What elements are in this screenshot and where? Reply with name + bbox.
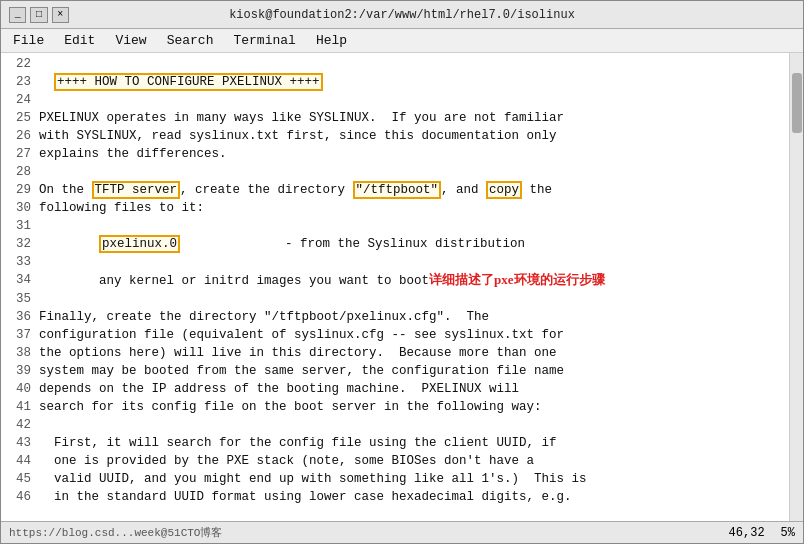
- line-number: 27: [7, 145, 39, 163]
- status-url: https://blog.csd...week@51CTO博客: [9, 525, 222, 540]
- line-text: depends on the IP address of the booting…: [39, 380, 783, 398]
- line-row: 34 any kernel or initrd images you want …: [7, 271, 783, 290]
- menu-help[interactable]: Help: [308, 31, 355, 50]
- line-row: 38 the options here) will live in this d…: [7, 344, 783, 362]
- line-number: 41: [7, 398, 39, 416]
- line-row: 40 depends on the IP address of the boot…: [7, 380, 783, 398]
- highlight-tftp: TFTP server: [92, 181, 181, 199]
- line-row: 25 PXELINUX operates in many ways like S…: [7, 109, 783, 127]
- line-row: 46 in the standard UUID format using low…: [7, 488, 783, 506]
- line-row: 42: [7, 416, 783, 434]
- line-number: 30: [7, 199, 39, 217]
- line-text: the options here) will live in this dire…: [39, 344, 783, 362]
- line-number: 28: [7, 163, 39, 181]
- line-row: 26 with SYSLINUX, read syslinux.txt firs…: [7, 127, 783, 145]
- menubar: File Edit View Search Terminal Help: [1, 29, 803, 53]
- maximize-button[interactable]: □: [30, 7, 47, 23]
- line-row: 32 pxelinux.0 - from the Syslinux distri…: [7, 235, 783, 253]
- line-row: 31: [7, 217, 783, 235]
- line-text: [39, 416, 783, 434]
- annotation-text: 详细描述了pxe环境的运行步骤: [429, 272, 605, 287]
- highlight-pxelinux-title: ++++ HOW TO CONFIGURE PXELINUX ++++: [54, 73, 323, 91]
- line-number: 38: [7, 344, 39, 362]
- status-right: 46,32 5%: [729, 526, 795, 540]
- line-row: 23 ++++ HOW TO CONFIGURE PXELINUX ++++: [7, 73, 783, 91]
- statusbar: https://blog.csd...week@51CTO博客 46,32 5%: [1, 521, 803, 543]
- line-text: with SYSLINUX, read syslinux.txt first, …: [39, 127, 783, 145]
- line-text: [39, 290, 783, 308]
- scroll-percent: 5%: [781, 526, 795, 540]
- line-text: Finally, create the directory "/tftpboot…: [39, 308, 783, 326]
- line-row: 24: [7, 91, 783, 109]
- line-number: 35: [7, 290, 39, 308]
- line-number: 32: [7, 235, 39, 253]
- menu-terminal[interactable]: Terminal: [225, 31, 303, 50]
- line-row: 36 Finally, create the directory "/tftpb…: [7, 308, 783, 326]
- line-number: 31: [7, 217, 39, 235]
- menu-file[interactable]: File: [5, 31, 52, 50]
- line-text: [39, 91, 783, 109]
- close-button[interactable]: ×: [52, 7, 69, 23]
- line-number: 39: [7, 362, 39, 380]
- main-window: _ □ × kiosk@foundation2:/var/www/html/rh…: [0, 0, 804, 544]
- line-row: 43 First, it will search for the config …: [7, 434, 783, 452]
- line-number: 33: [7, 253, 39, 271]
- line-number: 46: [7, 488, 39, 506]
- line-number: 43: [7, 434, 39, 452]
- line-number: 22: [7, 55, 39, 73]
- line-text: any kernel or initrd images you want to …: [39, 271, 783, 290]
- scrollbar[interactable]: [789, 53, 803, 521]
- minimize-button[interactable]: _: [9, 7, 26, 23]
- menu-search[interactable]: Search: [159, 31, 222, 50]
- line-text: search for its config file on the boot s…: [39, 398, 783, 416]
- line-text: [39, 217, 783, 235]
- line-text: in the standard UUID format using lower …: [39, 488, 783, 506]
- line-number: 42: [7, 416, 39, 434]
- cursor-position: 46,32: [729, 526, 765, 540]
- line-text: explains the differences.: [39, 145, 783, 163]
- menu-view[interactable]: View: [107, 31, 154, 50]
- line-number: 24: [7, 91, 39, 109]
- highlight-pxelinux0: pxelinux.0: [99, 235, 180, 253]
- line-number: 45: [7, 470, 39, 488]
- line-text: pxelinux.0 - from the Syslinux distribut…: [39, 235, 783, 253]
- line-number: 34: [7, 271, 39, 289]
- line-text: [39, 55, 783, 73]
- line-row: 39 system may be booted from the same se…: [7, 362, 783, 380]
- line-number: 40: [7, 380, 39, 398]
- scrollbar-thumb[interactable]: [792, 73, 802, 133]
- line-number: 37: [7, 326, 39, 344]
- line-number: 29: [7, 181, 39, 199]
- line-text: system may be booted from the same serve…: [39, 362, 783, 380]
- line-text: [39, 163, 783, 181]
- line-row: 27 explains the differences.: [7, 145, 783, 163]
- line-text: First, it will search for the config fil…: [39, 434, 783, 452]
- menu-edit[interactable]: Edit: [56, 31, 103, 50]
- line-row: 41 search for its config file on the boo…: [7, 398, 783, 416]
- line-number: 26: [7, 127, 39, 145]
- line-row: 37 configuration file (equivalent of sys…: [7, 326, 783, 344]
- titlebar: _ □ × kiosk@foundation2:/var/www/html/rh…: [1, 1, 803, 29]
- text-content: 22 23 ++++ HOW TO CONFIGURE PXELINUX +++…: [1, 53, 789, 521]
- window-title: kiosk@foundation2:/var/www/html/rhel7.0/…: [69, 8, 735, 22]
- line-row: 35: [7, 290, 783, 308]
- editor-area[interactable]: 22 23 ++++ HOW TO CONFIGURE PXELINUX +++…: [1, 53, 803, 521]
- line-text: [39, 253, 783, 271]
- line-row: 28: [7, 163, 783, 181]
- line-row: 33: [7, 253, 783, 271]
- line-row: 45 valid UUID, and you might end up with…: [7, 470, 783, 488]
- line-text: following files to it:: [39, 199, 783, 217]
- line-number: 44: [7, 452, 39, 470]
- line-number: 36: [7, 308, 39, 326]
- line-row: 30 following files to it:: [7, 199, 783, 217]
- highlight-copy: copy: [486, 181, 522, 199]
- line-row: 29 On the TFTP server, create the direct…: [7, 181, 783, 199]
- line-number: 25: [7, 109, 39, 127]
- line-number: 23: [7, 73, 39, 91]
- line-row: 22: [7, 55, 783, 73]
- line-text: one is provided by the PXE stack (note, …: [39, 452, 783, 470]
- line-text: valid UUID, and you might end up with so…: [39, 470, 783, 488]
- line-text: ++++ HOW TO CONFIGURE PXELINUX ++++: [39, 73, 783, 91]
- line-text: On the TFTP server, create the directory…: [39, 181, 783, 199]
- highlight-tftpboot: "/tftpboot": [353, 181, 442, 199]
